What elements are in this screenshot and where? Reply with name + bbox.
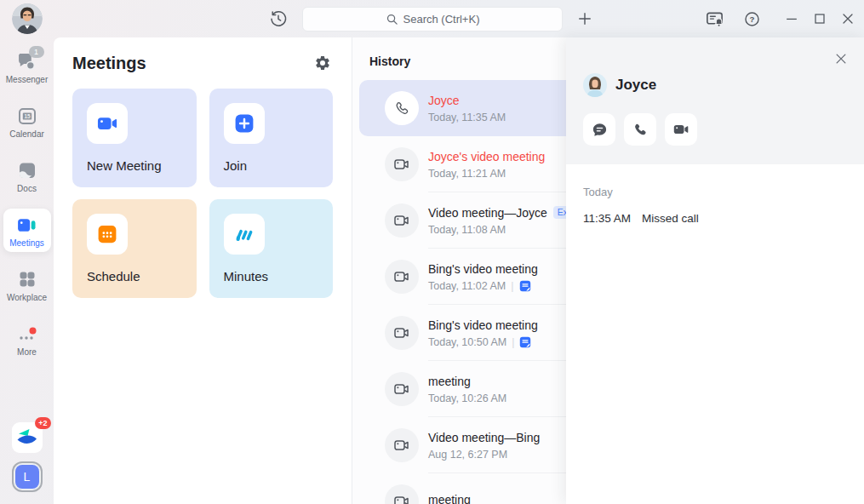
history-item-title-text: meeting <box>428 375 471 388</box>
time-divider: | <box>512 336 514 348</box>
app-sidebar: 1Messenger15CalendarDocsMeetingsWorkplac… <box>0 0 54 504</box>
call-event-row: 11:35 AMMissed call <box>583 212 847 225</box>
contact-detail-header: Joyce <box>566 37 864 164</box>
history-item-title: meeting <box>428 375 506 388</box>
sidebar-item-label: More <box>17 347 37 357</box>
close-panel-icon[interactable] <box>832 49 850 68</box>
history-item-time-text: Today, 11:02 AM <box>428 280 506 292</box>
history-item-time: Today, 10:26 AM <box>428 392 506 404</box>
sidebar-item-docs[interactable]: Docs <box>3 154 51 198</box>
tenant-avatar[interactable]: L <box>15 465 39 489</box>
sidebar-icon-wrap <box>16 214 38 236</box>
join-card[interactable]: Join <box>209 89 334 187</box>
history-item-icon-circle <box>385 428 419 462</box>
settings-gear-icon[interactable] <box>312 53 333 73</box>
search-placeholder: Search (Ctrl+K) <box>403 13 480 26</box>
doc-mini-icon[interactable] <box>519 336 531 348</box>
user-avatar[interactable] <box>12 3 43 34</box>
sidebar-icon-wrap: 15 <box>16 105 38 127</box>
page-title: Meetings <box>72 54 146 73</box>
history-item-text: Bing's video meetingToday, 11:02 AM| <box>428 262 538 292</box>
video-outline-icon <box>393 381 410 398</box>
history-item-title: Video meeting—JoyceExt <box>428 206 575 220</box>
recent-history-icon[interactable] <box>268 9 289 29</box>
contact-name: Joyce <box>615 77 656 94</box>
doc-mini-icon[interactable] <box>519 280 531 292</box>
call-button[interactable] <box>624 113 656 146</box>
card-label: New Meeting <box>87 158 182 173</box>
lark-app-icon[interactable]: +2 <box>12 422 43 453</box>
schedule-card[interactable]: Schedule <box>72 199 197 298</box>
meetings-panel: Meetings New MeetingJoinScheduleMinutes <box>54 37 352 504</box>
new-plus-button[interactable] <box>575 9 595 29</box>
history-item-title-text: Joyce's video meeting <box>428 150 545 163</box>
video-outline-icon <box>393 212 410 229</box>
contact-detail-body: Today 11:35 AMMissed call <box>566 164 864 246</box>
video-outline-icon <box>393 493 410 504</box>
meeting-notification-icon[interactable] <box>704 9 724 29</box>
sidebar-icon-wrap <box>16 159 38 181</box>
sidebar-item-more[interactable]: More <box>3 318 51 361</box>
video-outline-icon <box>393 268 410 285</box>
sidebar-item-label: Workplace <box>7 293 47 302</box>
close-window-button[interactable] <box>838 9 858 29</box>
video-call-icon <box>672 121 689 138</box>
history-item-icon-circle <box>385 260 419 294</box>
history-item-time: Today, 11:21 AM <box>428 168 545 180</box>
history-item-title-text: Joyce <box>428 94 460 107</box>
contact-actions <box>583 113 847 146</box>
sidebar-item-calendar[interactable]: 15Calendar <box>3 100 51 143</box>
minimize-button[interactable] <box>781 9 802 29</box>
history-item-time: Aug 12, 6:27 PM <box>428 449 540 461</box>
video-outline-icon <box>393 437 410 454</box>
history-item-icon-circle <box>385 203 419 238</box>
sidebar-item-label: Messenger <box>6 75 48 84</box>
sidebar-item-workplace[interactable]: Workplace <box>3 263 51 306</box>
history-item-title-text: meeting <box>428 493 471 504</box>
history-item-icon-circle <box>385 372 419 406</box>
history-item-text: Joyce's video meetingToday, 11:21 AM <box>428 150 545 180</box>
search-input[interactable]: Search (Ctrl+K) <box>302 7 563 32</box>
contact-avatar[interactable] <box>583 73 607 97</box>
history-item-text: Video meeting—JoyceExtToday, 11:08 AM <box>428 206 575 236</box>
history-item-title: Bing's video meeting <box>428 262 538 276</box>
card-label: Schedule <box>87 269 182 284</box>
contact-detail-panel: Joyce Today 11:35 AMMissed call <box>566 37 864 504</box>
card-icon-tile <box>224 103 265 144</box>
minutes-logo-icon <box>233 223 255 245</box>
sidebar-nav: 1Messenger15CalendarDocsMeetingsWorkplac… <box>0 34 54 361</box>
history-item-time: Today, 11:08 AM <box>428 224 575 236</box>
history-item-text: meetingToday, 10:26 AM <box>428 375 506 404</box>
chat-button[interactable] <box>583 113 615 146</box>
docs-icon <box>17 160 37 180</box>
history-item-title-text: Video meeting—Joyce <box>428 206 547 220</box>
history-item-title: Bing's video meeting <box>428 318 538 332</box>
history-item-time: Today, 11:02 AM| <box>428 280 538 292</box>
app-window: Search (Ctrl+K) ? <box>0 0 864 504</box>
chat-icon <box>592 122 608 138</box>
history-item-time-text: Today, 10:26 AM <box>428 392 506 404</box>
messenger-unread-badge: 1 <box>29 46 44 58</box>
sidebar-item-meetings[interactable]: Meetings <box>3 209 51 252</box>
history-item-title-text: Bing's video meeting <box>428 262 538 276</box>
sidebar-icon-wrap <box>16 323 38 345</box>
history-item-title-text: Bing's video meeting <box>428 318 538 332</box>
content-area: Meetings New MeetingJoinScheduleMinutes … <box>54 37 864 504</box>
history-item-text: Video meeting—BingAug 12, 6:27 PM <box>428 431 540 461</box>
video-call-button[interactable] <box>665 113 697 146</box>
call-icon <box>632 122 649 138</box>
workplace-icon <box>17 269 37 289</box>
new-meeting-card[interactable]: New Meeting <box>72 89 197 187</box>
history-item-title: Joyce's video meeting <box>428 150 545 163</box>
minutes-card[interactable]: Minutes <box>209 199 334 298</box>
help-icon[interactable]: ? <box>741 9 762 29</box>
maximize-button[interactable] <box>810 9 830 29</box>
history-item-icon-circle <box>385 91 419 125</box>
svg-text:?: ? <box>749 14 754 24</box>
event-label: Missed call <box>642 212 699 225</box>
calendar-icon: 15 <box>17 106 37 126</box>
history-item-icon-circle <box>385 484 419 504</box>
sidebar-item-messenger[interactable]: 1Messenger <box>3 45 51 89</box>
history-item-time-text: Today, 11:08 AM <box>428 224 506 236</box>
history-day-label: Today <box>583 186 847 198</box>
